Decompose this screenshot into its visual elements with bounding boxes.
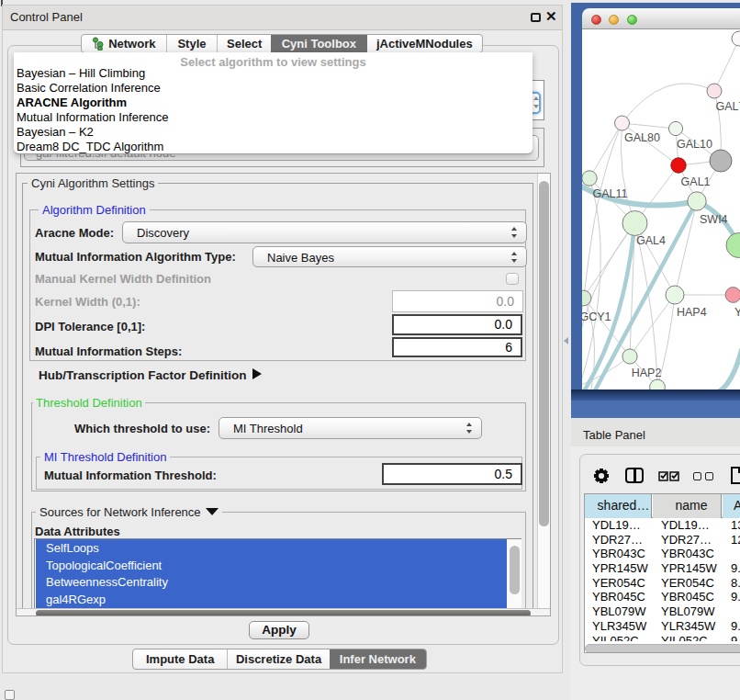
svg-text:HAP4: HAP4 <box>677 306 707 319</box>
svg-text:GAL1: GAL1 <box>681 175 711 188</box>
svg-text:GCY1: GCY1 <box>582 310 611 323</box>
svg-text:GAL7: GAL7 <box>716 100 740 113</box>
svg-text:GAL4: GAL4 <box>636 234 666 247</box>
svg-text:GAL11: GAL11 <box>593 187 628 200</box>
svg-text:GAL80: GAL80 <box>624 131 660 144</box>
svg-text:Y: Y <box>734 306 740 319</box>
svg-text:GAL10: GAL10 <box>677 138 712 151</box>
svg-text:SWI4: SWI4 <box>700 213 728 226</box>
svg-text:HAP2: HAP2 <box>632 367 662 379</box>
